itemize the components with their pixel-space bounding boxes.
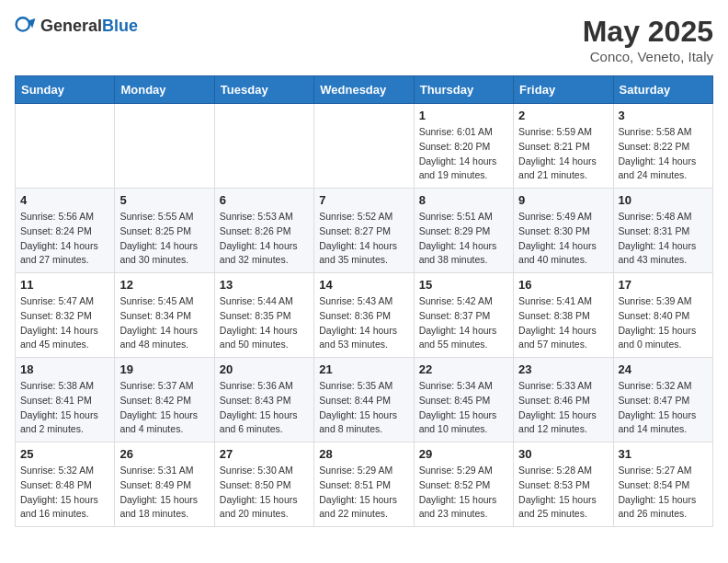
day-detail: Sunrise: 5:37 AM Sunset: 8:42 PM Dayligh… — [119, 379, 209, 437]
day-detail: Sunrise: 5:39 AM Sunset: 8:40 PM Dayligh… — [619, 294, 708, 352]
calendar-cell: 3Sunrise: 5:58 AM Sunset: 8:22 PM Daylig… — [613, 104, 712, 189]
calendar-week-row: 25Sunrise: 5:32 AM Sunset: 8:48 PM Dayli… — [16, 442, 713, 527]
day-detail: Sunrise: 5:32 AM Sunset: 8:47 PM Dayligh… — [619, 379, 708, 437]
day-number: 4 — [20, 193, 109, 207]
column-header-thursday: Thursday — [414, 76, 513, 104]
calendar-cell: 8Sunrise: 5:51 AM Sunset: 8:29 PM Daylig… — [414, 189, 513, 273]
calendar-cell: 31Sunrise: 5:27 AM Sunset: 8:54 PM Dayli… — [613, 442, 712, 527]
calendar-cell: 5Sunrise: 5:55 AM Sunset: 8:25 PM Daylig… — [115, 189, 214, 273]
column-header-friday: Friday — [514, 76, 613, 104]
calendar-cell: 9Sunrise: 5:49 AM Sunset: 8:30 PM Daylig… — [514, 189, 613, 273]
calendar-title: May 2025 — [583, 15, 713, 49]
column-header-monday: Monday — [115, 76, 214, 104]
page-header: GeneralBlue May 2025 Conco, Veneto, Ital… — [15, 15, 713, 64]
calendar-cell — [314, 104, 414, 189]
calendar-cell: 14Sunrise: 5:43 AM Sunset: 8:36 PM Dayli… — [314, 273, 414, 358]
logo: GeneralBlue — [15, 15, 138, 37]
calendar-cell: 22Sunrise: 5:34 AM Sunset: 8:45 PM Dayli… — [414, 358, 513, 442]
day-number: 3 — [619, 109, 708, 122]
calendar-location: Conco, Veneto, Italy — [583, 49, 713, 64]
day-number: 24 — [619, 362, 708, 376]
calendar-table: SundayMondayTuesdayWednesdayThursdayFrid… — [15, 75, 713, 527]
day-detail: Sunrise: 6:01 AM Sunset: 8:20 PM Dayligh… — [419, 125, 508, 183]
day-detail: Sunrise: 5:58 AM Sunset: 8:22 PM Dayligh… — [619, 125, 708, 183]
calendar-cell: 2Sunrise: 5:59 AM Sunset: 8:21 PM Daylig… — [514, 104, 613, 189]
day-number: 18 — [20, 362, 109, 376]
day-detail: Sunrise: 5:28 AM Sunset: 8:53 PM Dayligh… — [518, 464, 608, 522]
calendar-week-row: 11Sunrise: 5:47 AM Sunset: 8:32 PM Dayli… — [16, 273, 713, 358]
calendar-cell — [115, 104, 214, 189]
day-detail: Sunrise: 5:30 AM Sunset: 8:50 PM Dayligh… — [220, 464, 309, 522]
day-number: 28 — [319, 447, 408, 461]
calendar-cell: 16Sunrise: 5:41 AM Sunset: 8:38 PM Dayli… — [514, 273, 613, 358]
calendar-cell: 12Sunrise: 5:45 AM Sunset: 8:34 PM Dayli… — [115, 273, 214, 358]
day-detail: Sunrise: 5:27 AM Sunset: 8:54 PM Dayligh… — [619, 464, 708, 522]
calendar-cell — [214, 104, 313, 189]
day-detail: Sunrise: 5:48 AM Sunset: 8:31 PM Dayligh… — [619, 210, 708, 268]
day-number: 30 — [518, 447, 608, 461]
logo-text-blue: Blue — [102, 17, 138, 35]
day-number: 29 — [419, 447, 508, 461]
calendar-week-row: 1Sunrise: 6:01 AM Sunset: 8:20 PM Daylig… — [16, 104, 713, 189]
day-number: 6 — [220, 193, 309, 207]
calendar-cell: 21Sunrise: 5:35 AM Sunset: 8:44 PM Dayli… — [314, 358, 414, 442]
column-header-tuesday: Tuesday — [214, 76, 313, 104]
calendar-cell: 18Sunrise: 5:38 AM Sunset: 8:41 PM Dayli… — [16, 358, 115, 442]
calendar-cell: 13Sunrise: 5:44 AM Sunset: 8:35 PM Dayli… — [214, 273, 313, 358]
calendar-cell: 7Sunrise: 5:52 AM Sunset: 8:27 PM Daylig… — [314, 189, 414, 273]
day-detail: Sunrise: 5:43 AM Sunset: 8:36 PM Dayligh… — [319, 294, 408, 352]
calendar-header-row: SundayMondayTuesdayWednesdayThursdayFrid… — [16, 76, 713, 104]
day-number: 15 — [419, 278, 508, 292]
day-number: 20 — [220, 362, 309, 376]
day-detail: Sunrise: 5:49 AM Sunset: 8:30 PM Dayligh… — [518, 210, 608, 268]
day-number: 17 — [619, 278, 708, 292]
day-detail: Sunrise: 5:44 AM Sunset: 8:35 PM Dayligh… — [220, 294, 309, 352]
day-detail: Sunrise: 5:29 AM Sunset: 8:51 PM Dayligh… — [319, 464, 408, 522]
day-number: 26 — [119, 447, 209, 461]
calendar-cell: 1Sunrise: 6:01 AM Sunset: 8:20 PM Daylig… — [414, 104, 513, 189]
column-header-wednesday: Wednesday — [314, 76, 414, 104]
day-detail: Sunrise: 5:35 AM Sunset: 8:44 PM Dayligh… — [319, 379, 408, 437]
day-number: 1 — [419, 109, 508, 122]
day-number: 31 — [619, 447, 708, 461]
day-number: 10 — [619, 193, 708, 207]
day-number: 9 — [518, 193, 608, 207]
day-detail: Sunrise: 5:33 AM Sunset: 8:46 PM Dayligh… — [518, 379, 608, 437]
calendar-cell: 11Sunrise: 5:47 AM Sunset: 8:32 PM Dayli… — [16, 273, 115, 358]
day-number: 7 — [319, 193, 408, 207]
day-number: 19 — [119, 362, 209, 376]
calendar-cell: 29Sunrise: 5:29 AM Sunset: 8:52 PM Dayli… — [414, 442, 513, 527]
calendar-cell: 6Sunrise: 5:53 AM Sunset: 8:26 PM Daylig… — [214, 189, 313, 273]
day-detail: Sunrise: 5:29 AM Sunset: 8:52 PM Dayligh… — [419, 464, 508, 522]
day-number: 27 — [220, 447, 309, 461]
day-detail: Sunrise: 5:32 AM Sunset: 8:48 PM Dayligh… — [20, 464, 109, 522]
day-detail: Sunrise: 5:42 AM Sunset: 8:37 PM Dayligh… — [419, 294, 508, 352]
calendar-week-row: 18Sunrise: 5:38 AM Sunset: 8:41 PM Dayli… — [16, 358, 713, 442]
calendar-cell: 24Sunrise: 5:32 AM Sunset: 8:47 PM Dayli… — [613, 358, 712, 442]
day-number: 5 — [119, 193, 209, 207]
day-detail: Sunrise: 5:36 AM Sunset: 8:43 PM Dayligh… — [220, 379, 309, 437]
day-number: 23 — [518, 362, 608, 376]
day-number: 11 — [20, 278, 109, 292]
day-detail: Sunrise: 5:55 AM Sunset: 8:25 PM Dayligh… — [119, 210, 209, 268]
calendar-cell: 10Sunrise: 5:48 AM Sunset: 8:31 PM Dayli… — [613, 189, 712, 273]
calendar-cell: 15Sunrise: 5:42 AM Sunset: 8:37 PM Dayli… — [414, 273, 513, 358]
day-number: 25 — [20, 447, 109, 461]
calendar-cell: 28Sunrise: 5:29 AM Sunset: 8:51 PM Dayli… — [314, 442, 414, 527]
column-header-saturday: Saturday — [613, 76, 712, 104]
calendar-cell: 27Sunrise: 5:30 AM Sunset: 8:50 PM Dayli… — [214, 442, 313, 527]
calendar-cell: 17Sunrise: 5:39 AM Sunset: 8:40 PM Dayli… — [613, 273, 712, 358]
day-detail: Sunrise: 5:45 AM Sunset: 8:34 PM Dayligh… — [119, 294, 209, 352]
day-number: 22 — [419, 362, 508, 376]
day-detail: Sunrise: 5:52 AM Sunset: 8:27 PM Dayligh… — [319, 210, 408, 268]
day-detail: Sunrise: 5:47 AM Sunset: 8:32 PM Dayligh… — [20, 294, 109, 352]
day-number: 2 — [518, 109, 608, 122]
day-detail: Sunrise: 5:31 AM Sunset: 8:49 PM Dayligh… — [119, 464, 209, 522]
calendar-cell: 4Sunrise: 5:56 AM Sunset: 8:24 PM Daylig… — [16, 189, 115, 273]
title-block: May 2025 Conco, Veneto, Italy — [583, 15, 713, 64]
day-number: 13 — [220, 278, 309, 292]
calendar-cell: 26Sunrise: 5:31 AM Sunset: 8:49 PM Dayli… — [115, 442, 214, 527]
calendar-cell: 30Sunrise: 5:28 AM Sunset: 8:53 PM Dayli… — [514, 442, 613, 527]
day-detail: Sunrise: 5:34 AM Sunset: 8:45 PM Dayligh… — [419, 379, 508, 437]
calendar-cell — [16, 104, 115, 189]
